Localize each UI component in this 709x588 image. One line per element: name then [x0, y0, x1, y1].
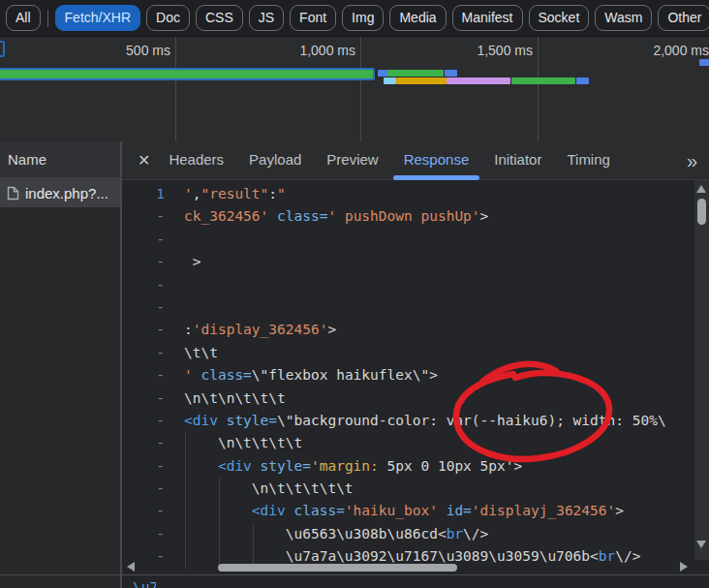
response-code-viewer: 1',"result":"-ck_362456' class=' pushDow… — [122, 180, 709, 588]
line-content: \n\t\t\t\t\t — [184, 478, 354, 500]
waterfall-bar — [699, 59, 709, 66]
line-gutter: - — [122, 342, 165, 364]
code-line: - \n\t\t\t\t\t — [122, 478, 709, 500]
code-line: - — [122, 229, 709, 251]
panel-bottom-border — [0, 574, 709, 575]
timeline-tick-label: 1,500 ms — [477, 43, 533, 58]
code-line: -:'display_362456'> — [122, 319, 709, 341]
scroll-up-icon[interactable] — [696, 185, 706, 193]
timeline-tick-label: 2,000 ms — [653, 43, 709, 58]
line-gutter: - — [122, 478, 165, 500]
line-gutter: - — [122, 364, 165, 387]
scroll-left-icon[interactable] — [127, 562, 135, 572]
tab-response[interactable]: Response — [391, 141, 482, 180]
tab-headers[interactable]: Headers — [156, 141, 236, 180]
request-list-panel: Name index.php?... — [0, 141, 120, 588]
code-line: - <div style='margin: 5px 0 10px 5px'> — [122, 455, 709, 478]
waterfall-bar — [511, 77, 575, 84]
line-content: \u6563\u308b\u86cd<br\/> — [184, 523, 488, 545]
line-content: ',"result":" — [184, 183, 286, 205]
line-gutter: - — [122, 296, 165, 319]
indent-guide — [185, 432, 186, 569]
line-content: <div class='haiku_box' id='displayj_3624… — [184, 500, 624, 522]
document-icon — [7, 186, 19, 201]
network-filter-bar: AllFetch/XHRDocCSSJSFontImgMediaManifest… — [0, 0, 709, 36]
line-content: <div style=\"background-color: var(--hai… — [184, 410, 666, 432]
filter-button-img[interactable]: Img — [342, 5, 384, 31]
vertical-scrollbar[interactable] — [694, 180, 709, 560]
code-line: -' class=\"flexbox haikuflex\"> — [122, 364, 709, 387]
filter-button-socket[interactable]: Socket — [529, 5, 590, 31]
line-gutter: 1 — [122, 183, 165, 205]
filter-button-all[interactable]: All — [6, 5, 41, 31]
line-content: :'display_362456'> — [184, 319, 336, 341]
filter-button-js[interactable]: JS — [249, 5, 284, 31]
indent-guide — [219, 478, 220, 569]
line-gutter: - — [122, 319, 165, 341]
horizontal-scrollbar-thumb[interactable] — [218, 564, 457, 572]
filter-button-doc[interactable]: Doc — [146, 5, 190, 31]
line-content: ck_362456' class=' pushDown pushUp'> — [184, 205, 488, 228]
request-name: index.php?... — [25, 185, 108, 201]
close-icon[interactable]: ✕ — [138, 151, 150, 170]
filter-button-font[interactable]: Font — [290, 5, 336, 31]
waterfall-bar — [445, 70, 457, 77]
code-line: - — [122, 274, 709, 296]
line-gutter: - — [122, 523, 165, 545]
devtools-network-panel: AllFetch/XHRDocCSSJSFontImgMediaManifest… — [0, 0, 709, 588]
code-line: -ck_362456' class=' pushDown pushUp'> — [122, 205, 709, 228]
line-content: > — [184, 251, 200, 273]
line-gutter: - — [122, 205, 165, 228]
timeline-grid-line — [538, 37, 539, 141]
line-gutter: - — [122, 500, 165, 522]
timeline-tick-label: 1,000 ms — [299, 43, 355, 58]
waterfall-bar — [384, 77, 396, 84]
timeline-grid-line — [360, 37, 361, 141]
active-tab-underline — [393, 175, 480, 180]
filter-button-manifest[interactable]: Manifest — [452, 5, 523, 31]
code-line: -<div style=\"background-color: var(--ha… — [122, 410, 709, 432]
horizontal-scrollbar[interactable] — [122, 560, 694, 574]
filter-button-fetch-xhr[interactable]: Fetch/XHR — [55, 5, 140, 31]
name-column-header[interactable]: Name — [0, 141, 120, 178]
code-line: - \u6563\u308b\u86cd<br\/> — [122, 523, 709, 545]
line-gutter: - — [122, 387, 165, 410]
line-content: \n\t\t\t\t — [184, 432, 302, 454]
filter-button-wasm[interactable]: Wasm — [595, 5, 652, 31]
timeline-grid-line — [175, 37, 176, 141]
vertical-scrollbar-thumb[interactable] — [697, 199, 706, 225]
code-line: - \n\t\t\t\t — [122, 432, 709, 454]
waterfall-bar — [576, 77, 589, 84]
filter-divider — [47, 10, 48, 27]
line-gutter: - — [122, 274, 165, 296]
tab-payload[interactable]: Payload — [236, 141, 314, 180]
clipped-content: \u7 — [133, 580, 156, 588]
more-tabs-icon[interactable]: » — [687, 151, 697, 170]
timeline-tick-label: 500 ms — [126, 43, 170, 58]
network-overview-timeline[interactable]: 500 ms1,000 ms1,500 ms2,000 ms — [0, 36, 709, 141]
detail-tab-bar: ✕ HeadersPayloadPreviewResponseInitiator… — [122, 141, 709, 180]
code-line: - — [122, 296, 709, 319]
waterfall-bar — [396, 77, 447, 84]
line-content: \n\t\n\t\t\t — [184, 387, 286, 410]
request-row[interactable]: index.php?... — [0, 178, 120, 207]
code-lines: 1',"result":"-ck_362456' class=' pushDow… — [122, 183, 709, 569]
line-gutter: - — [122, 251, 165, 273]
waterfall-bar — [387, 70, 444, 77]
filter-button-media[interactable]: Media — [389, 5, 446, 31]
line-content: ' class=\"flexbox haikuflex\"> — [184, 364, 438, 387]
tab-timing[interactable]: Timing — [554, 141, 622, 180]
tab-preview[interactable]: Preview — [314, 141, 390, 180]
scroll-right-icon[interactable] — [680, 562, 688, 572]
code-line: - > — [122, 251, 709, 273]
filter-button-other[interactable]: Other — [658, 5, 709, 31]
tab-initiator[interactable]: Initiator — [481, 141, 554, 180]
code-line: - <div class='haiku_box' id='displayj_36… — [122, 500, 709, 522]
filter-button-css[interactable]: CSS — [196, 5, 243, 31]
scroll-down-icon[interactable] — [696, 541, 706, 548]
code-line: -\t\t — [122, 342, 709, 364]
waterfall-bar-fragment — [0, 41, 5, 57]
line-gutter: - — [122, 455, 165, 478]
waterfall-bar — [447, 77, 510, 84]
line-content: <div style='margin: 5px 0 10px 5px'> — [184, 455, 522, 478]
